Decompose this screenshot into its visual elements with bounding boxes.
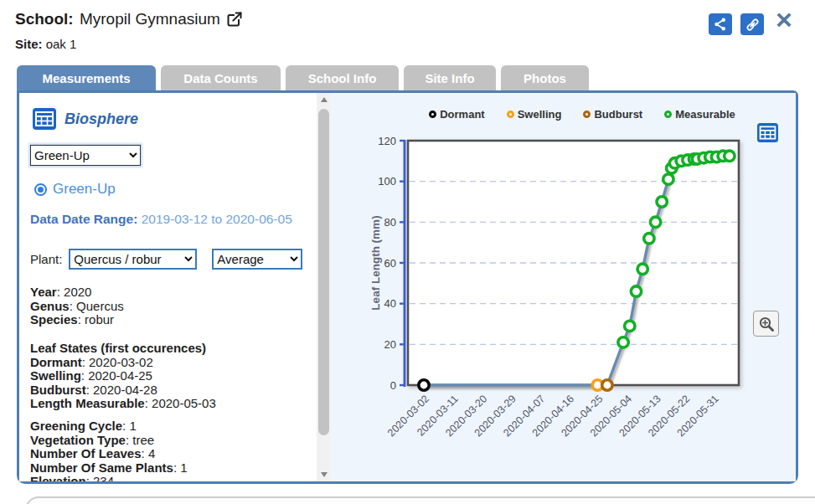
- share-icon: [713, 17, 728, 32]
- sidebar-scrollbar[interactable]: [317, 93, 331, 481]
- site-title: Site: oak 1: [15, 37, 76, 51]
- scroll-up-arrow[interactable]: [317, 93, 331, 106]
- school-name: Myropil Gymnasium: [80, 10, 220, 28]
- plant-select[interactable]: Quercus / robur: [69, 249, 197, 270]
- site-details-block: Greening Cycle: 1Vegetation Type: treeNu…: [30, 419, 188, 481]
- chain-link-icon: [745, 17, 761, 33]
- chart-area: 020406080100120Leaf Length (mm)2020-03-0…: [331, 93, 796, 481]
- share-button[interactable]: [709, 13, 732, 35]
- info-line: Number Of Same Plants: 1: [30, 461, 188, 476]
- data-point-measurable[interactable]: [725, 151, 735, 161]
- measurements-sidebar: Biosphere Green-Up Green-Up Data Date Ra…: [19, 93, 317, 481]
- legend-item-swelling: Swelling: [507, 108, 562, 121]
- tab-measurements[interactable]: Measurements: [17, 65, 156, 90]
- plant-row: Plant: Quercus / robur Average: [30, 249, 302, 270]
- link-button[interactable]: [740, 13, 764, 35]
- info-line: Number Of Leaves: 4: [30, 447, 188, 461]
- info-line: Budburst: 2020-04-28: [30, 383, 216, 398]
- y-tick-label: 80: [384, 216, 396, 229]
- leaf-states-block: Leaf States (first occurences)Dormant: 2…: [30, 342, 216, 411]
- external-link-icon[interactable]: [226, 11, 243, 28]
- legend-ring-icon: [583, 111, 591, 118]
- lower-panel-edge: [25, 496, 815, 504]
- legend-label: Swelling: [518, 108, 562, 121]
- site-label: Site:: [15, 37, 43, 51]
- show-data-table-button[interactable]: [756, 122, 779, 147]
- site-name: oak 1: [46, 37, 77, 51]
- data-point-measurable[interactable]: [618, 337, 628, 347]
- info-line: Year: 2020: [30, 285, 124, 300]
- data-date-range: Data Date Range: 2019-03-12 to 2020-06-0…: [30, 212, 292, 227]
- dataset-select[interactable]: Green-Up: [30, 145, 141, 166]
- legend-item-measurable: Measurable: [664, 108, 735, 121]
- info-line: Genus: Quercus: [30, 300, 124, 314]
- y-tick-label: 100: [378, 175, 396, 188]
- leaf-length-chart: 020406080100120Leaf Length (mm)2020-03-0…: [331, 93, 796, 481]
- info-line: Greening Cycle: 1: [30, 419, 188, 434]
- legend-label: Budburst: [594, 108, 642, 121]
- plant-label: Plant:: [30, 252, 62, 266]
- y-tick-label: 120: [378, 135, 396, 147]
- plant-info-block: Year: 2020Genus: QuercusSpecies: robur: [30, 285, 124, 327]
- legend-ring-icon: [507, 111, 514, 118]
- tab-site-info[interactable]: Site Info: [404, 65, 496, 90]
- protocol-name: Biosphere: [64, 111, 138, 128]
- data-table-icon: [32, 107, 57, 131]
- y-tick-label: 0: [390, 379, 396, 392]
- legend-item-budburst: Budburst: [583, 108, 642, 121]
- school-label: School:: [15, 10, 74, 28]
- data-point-measurable[interactable]: [625, 321, 635, 331]
- zoom-in-icon: [758, 316, 775, 332]
- tab-photos[interactable]: Photos: [501, 65, 589, 90]
- chart-legend: DormantSwellingBudburstMeasurable: [369, 108, 796, 121]
- legend-ring-icon: [664, 111, 672, 118]
- data-point-measurable[interactable]: [631, 286, 641, 296]
- page-title: School: Myropil Gymnasium: [15, 10, 243, 28]
- y-tick-label: 20: [384, 338, 396, 351]
- y-axis-title: Leaf Length (mm): [369, 215, 382, 310]
- radio-label: Green-Up: [53, 181, 116, 198]
- tab-bar: MeasurementsData CountsSchool InfoSite I…: [17, 65, 589, 90]
- close-button[interactable]: ×: [771, 3, 797, 35]
- info-line: Swelling: 2020-04-25: [30, 369, 216, 383]
- data-point-measurable[interactable]: [650, 217, 660, 227]
- scrollbar-thumb[interactable]: [318, 109, 329, 435]
- data-point-measurable[interactable]: [644, 234, 654, 244]
- chart-zoom-button[interactable]: [753, 311, 779, 337]
- info-line: Species: robur: [30, 313, 124, 327]
- info-line: Length Measurable: 2020-05-03: [30, 397, 216, 411]
- data-table-icon: [756, 122, 779, 143]
- tab-school-info[interactable]: School Info: [286, 65, 399, 90]
- legend-item-dormant: Dormant: [429, 108, 484, 121]
- protocol-header: Biosphere: [32, 107, 138, 131]
- statistic-select[interactable]: Average: [212, 249, 302, 270]
- tab-data-counts[interactable]: Data Counts: [161, 65, 281, 90]
- legend-label: Measurable: [675, 108, 735, 121]
- scroll-down-arrow[interactable]: [317, 468, 331, 481]
- info-line: Dormant: 2020-03-02: [30, 356, 216, 370]
- radio-button[interactable]: [34, 183, 47, 196]
- legend-ring-icon: [429, 111, 436, 118]
- y-tick-label: 40: [384, 297, 396, 310]
- leaf-states-title: Leaf States (first occurences): [30, 342, 216, 356]
- data-point-dormant[interactable]: [419, 380, 429, 390]
- legend-label: Dormant: [440, 108, 484, 121]
- info-line: Elevation: 234: [30, 475, 188, 481]
- greenup-radio-row[interactable]: Green-Up: [34, 181, 116, 198]
- data-point-measurable[interactable]: [657, 197, 667, 207]
- data-point-budburst[interactable]: [602, 380, 612, 390]
- info-line: Vegetation Type: tree: [30, 434, 188, 448]
- data-point-measurable[interactable]: [637, 264, 647, 274]
- data-point-measurable[interactable]: [663, 174, 673, 184]
- y-tick-label: 60: [384, 257, 396, 270]
